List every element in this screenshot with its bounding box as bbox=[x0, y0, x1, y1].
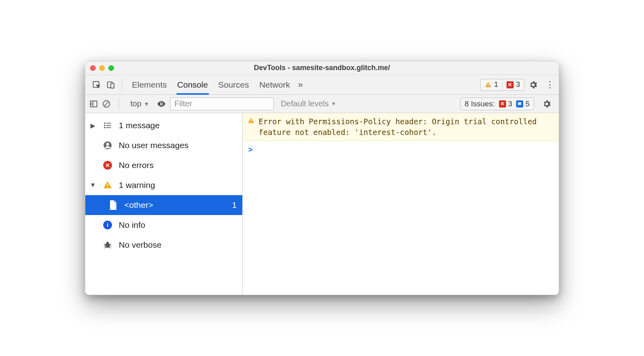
warning-icon bbox=[102, 180, 113, 190]
context-label: top bbox=[130, 99, 141, 108]
svg-line-27 bbox=[109, 247, 111, 248]
warning-text: Error with Permissions-Policy header: Or… bbox=[259, 116, 553, 137]
live-expression-icon[interactable] bbox=[157, 99, 166, 109]
sidebar-warnings[interactable]: ▼ 1 warning bbox=[85, 175, 242, 195]
close-window-button[interactable] bbox=[90, 65, 96, 71]
filter-input[interactable] bbox=[170, 98, 274, 110]
minimize-window-button[interactable] bbox=[99, 65, 105, 71]
console-output: Error with Permissions-Policy header: Or… bbox=[243, 113, 559, 295]
info-icon: i bbox=[102, 221, 113, 229]
svg-line-23 bbox=[110, 244, 112, 245]
file-icon bbox=[108, 200, 119, 210]
svg-line-26 bbox=[105, 247, 106, 248]
error-icon: ✕ bbox=[102, 161, 113, 170]
console-body: ▶ 1 message No user messages ✕ No errors bbox=[85, 113, 559, 295]
devtools-window: DevTools - samesite-sandbox.glitch.me/ E… bbox=[85, 61, 559, 295]
svg-rect-3 bbox=[488, 84, 489, 86]
settings-icon[interactable] bbox=[528, 80, 541, 90]
toolbar-divider bbox=[122, 79, 122, 91]
svg-point-17 bbox=[106, 143, 109, 146]
svg-rect-28 bbox=[251, 119, 251, 121]
device-toolbar-icon[interactable] bbox=[104, 78, 118, 92]
issues-badge-group[interactable]: 1 ✕ 3 bbox=[480, 79, 524, 91]
sidebar-user-messages-label: No user messages bbox=[119, 141, 237, 150]
chevron-down-icon: ▼ bbox=[144, 101, 149, 107]
inspect-element-icon[interactable] bbox=[89, 78, 104, 92]
prompt-symbol: > bbox=[248, 145, 253, 154]
main-toolbar: Elements Console Sources Network » 1 ✕ 3 bbox=[85, 75, 559, 95]
error-icon: ✕ bbox=[507, 81, 514, 88]
tab-elements[interactable]: Elements bbox=[132, 75, 167, 94]
sidebar-errors-label: No errors bbox=[119, 160, 237, 170]
bug-icon bbox=[102, 241, 113, 249]
sidebar-verbose[interactable]: No verbose bbox=[85, 235, 242, 255]
window-title: DevTools - samesite-sandbox.glitch.me/ bbox=[85, 64, 559, 72]
console-warning-message[interactable]: Error with Permissions-Policy header: Or… bbox=[243, 113, 559, 141]
svg-line-22 bbox=[104, 244, 106, 245]
svg-point-14 bbox=[104, 127, 106, 129]
more-tabs-icon[interactable]: » bbox=[298, 80, 303, 90]
issues-counter[interactable]: 8 Issues: ✕ 3 5 bbox=[460, 98, 534, 110]
svg-rect-4 bbox=[488, 86, 489, 87]
info-icon bbox=[516, 100, 523, 108]
subbar-divider bbox=[119, 98, 119, 110]
svg-rect-18 bbox=[107, 184, 108, 186]
svg-point-10 bbox=[104, 123, 106, 124]
issues-error-count: 3 bbox=[508, 100, 512, 108]
console-prompt[interactable]: > bbox=[243, 141, 559, 158]
console-settings-icon[interactable] bbox=[542, 99, 555, 109]
sidebar-warnings-label: 1 warning bbox=[119, 180, 237, 190]
log-levels-selector[interactable]: Default levels ▼ bbox=[281, 99, 336, 108]
sidebar-verbose-label: No verbose bbox=[119, 240, 237, 250]
maximize-window-button[interactable] bbox=[108, 65, 114, 71]
svg-rect-15 bbox=[106, 127, 111, 128]
svg-point-21 bbox=[106, 242, 109, 244]
collapse-arrow-icon: ▼ bbox=[89, 182, 96, 189]
sidebar-info-label: No info bbox=[119, 220, 237, 230]
sidebar-user-messages[interactable]: No user messages bbox=[85, 135, 242, 155]
sidebar-other-count: 1 bbox=[232, 200, 237, 210]
person-icon bbox=[102, 141, 113, 150]
svg-rect-29 bbox=[251, 122, 251, 123]
expand-arrow-icon: ▶ bbox=[89, 122, 96, 129]
error-icon: ✕ bbox=[499, 100, 506, 108]
levels-label: Default levels bbox=[281, 99, 329, 108]
sidebar-other[interactable]: <other> 1 bbox=[85, 195, 242, 215]
svg-rect-11 bbox=[106, 123, 111, 124]
sidebar-messages[interactable]: ▶ 1 message bbox=[85, 115, 242, 135]
warning-count: 1 bbox=[494, 80, 498, 89]
svg-rect-2 bbox=[111, 83, 114, 88]
traffic-lights bbox=[90, 65, 114, 71]
warning-icon bbox=[485, 81, 492, 88]
console-toolbar: top ▼ Default levels ▼ 8 Issues: ✕ 3 5 bbox=[85, 95, 559, 113]
svg-rect-19 bbox=[107, 187, 108, 188]
clear-console-icon[interactable] bbox=[102, 100, 111, 108]
toggle-sidebar-icon[interactable] bbox=[89, 100, 98, 108]
issues-info-count: 5 bbox=[525, 100, 530, 108]
console-sidebar: ▶ 1 message No user messages ✕ No errors bbox=[85, 113, 243, 295]
panel-tabs: Elements Console Sources Network bbox=[132, 75, 290, 94]
tab-sources[interactable]: Sources bbox=[218, 75, 249, 94]
tab-console[interactable]: Console bbox=[177, 75, 208, 94]
tab-network[interactable]: Network bbox=[259, 75, 290, 94]
chevron-down-icon: ▼ bbox=[331, 101, 336, 107]
sidebar-other-label: <other> bbox=[124, 200, 226, 210]
svg-point-12 bbox=[104, 125, 106, 126]
sidebar-messages-label: 1 message bbox=[119, 121, 237, 130]
sidebar-errors[interactable]: ✕ No errors bbox=[85, 155, 242, 175]
issues-label: 8 Issues: bbox=[465, 100, 495, 108]
context-selector[interactable]: top ▼ bbox=[127, 98, 153, 109]
error-count: 3 bbox=[516, 80, 520, 89]
svg-point-9 bbox=[161, 103, 162, 105]
warning-icon bbox=[247, 117, 255, 124]
svg-rect-13 bbox=[106, 125, 111, 126]
list-icon bbox=[102, 121, 113, 130]
titlebar: DevTools - samesite-sandbox.glitch.me/ bbox=[85, 61, 559, 75]
sidebar-info[interactable]: i No info bbox=[85, 215, 242, 235]
more-options-icon[interactable]: ⋮ bbox=[545, 80, 555, 90]
svg-line-8 bbox=[104, 102, 109, 106]
